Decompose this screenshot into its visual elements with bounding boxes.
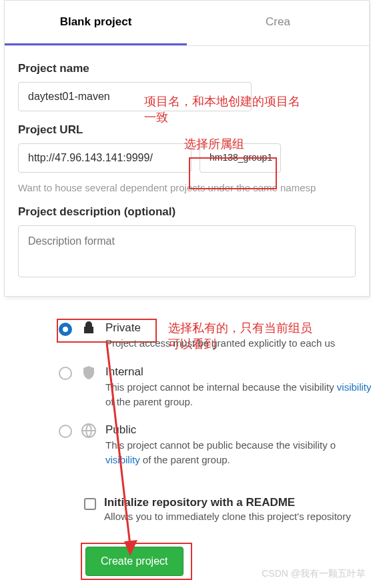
new-project-card: Blank project Crea Project name Project …	[4, 0, 370, 297]
readme-title: Initialize repository with a README	[104, 496, 351, 509]
create-project-button[interactable]: Create project	[85, 547, 183, 576]
radio-private[interactable]	[59, 323, 72, 336]
visibility-private-desc: Project access must be granted explicitl…	[105, 336, 335, 351]
visibility-internal-content: Internal This project cannot be internal…	[105, 365, 371, 409]
project-name-input[interactable]	[18, 82, 252, 111]
readme-checkbox[interactable]	[84, 498, 96, 510]
visibility-public-content: Public This project cannot be public bec…	[105, 423, 371, 467]
visibility-link[interactable]: visibility	[337, 381, 371, 393]
globe-icon	[81, 423, 96, 438]
project-url-group-select[interactable]: hm138_group1	[200, 143, 281, 173]
project-type-tabs: Blank project Crea	[5, 1, 369, 46]
lock-icon	[81, 321, 96, 335]
visibility-internal-desc: This project cannot be internal because …	[105, 380, 371, 409]
tab-create-from[interactable]: Crea	[187, 1, 369, 45]
tab-blank-project[interactable]: Blank project	[5, 1, 187, 45]
visibility-public-desc: This project cannot be public because th…	[105, 438, 371, 467]
watermark: CSDN @我有一颗五叶草	[262, 568, 366, 580]
visibility-link[interactable]: visibility	[105, 454, 140, 465]
visibility-private-content: Private Project access must be granted e…	[105, 321, 335, 351]
radio-internal[interactable]	[59, 367, 72, 380]
visibility-public-title: Public	[105, 423, 371, 437]
visibility-private-option[interactable]: Private Project access must be granted e…	[59, 321, 371, 351]
visibility-section: Private Project access must be granted e…	[59, 321, 371, 482]
desc-text: This project cannot be public because th…	[105, 439, 336, 451]
visibility-public-option[interactable]: Public This project cannot be public bec…	[59, 423, 371, 467]
readme-content: Initialize repository with a README Allo…	[104, 496, 351, 522]
readme-desc: Allows you to immediately clone this pro…	[104, 511, 351, 522]
desc-text: This project cannot be internal because …	[105, 381, 334, 393]
project-name-label: Project name	[18, 62, 356, 75]
readme-option[interactable]: Initialize repository with a README Allo…	[84, 496, 351, 522]
visibility-internal-option[interactable]: Internal This project cannot be internal…	[59, 365, 371, 409]
desc-text: of the parent group.	[105, 396, 193, 407]
project-url-row: http://47.96.143.141:9999/ hm138_group1	[18, 143, 356, 173]
form-body: Project name Project URL http://47.96.14…	[5, 46, 369, 296]
visibility-private-title: Private	[105, 321, 335, 335]
project-url-prefix: http://47.96.143.141:9999/	[18, 143, 192, 173]
desc-text: of the parent group.	[140, 454, 230, 465]
project-description-input[interactable]	[18, 225, 356, 277]
project-url-label: Project URL	[18, 123, 356, 137]
project-description-label: Project description (optional)	[18, 205, 356, 219]
namespace-hint-text: Want to house several dependent projects…	[18, 182, 356, 193]
visibility-internal-title: Internal	[105, 365, 371, 379]
radio-public[interactable]	[59, 425, 72, 438]
shield-icon	[81, 365, 96, 380]
